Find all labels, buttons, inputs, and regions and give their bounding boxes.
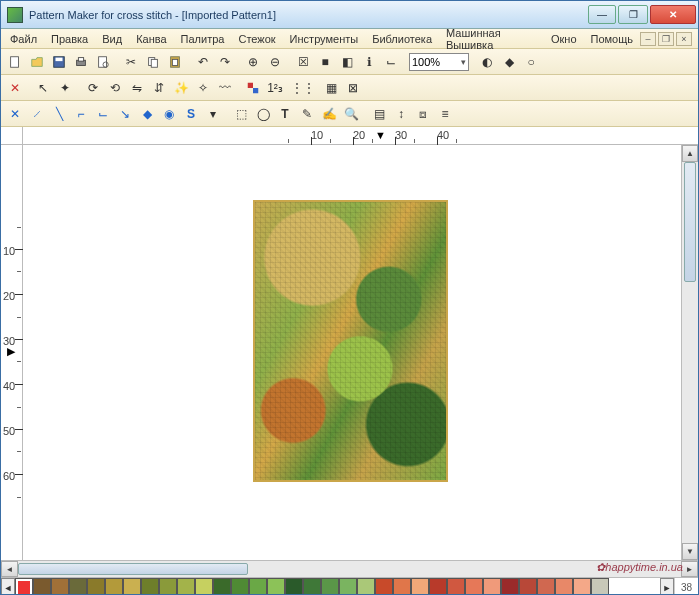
color-swatch[interactable] xyxy=(69,578,87,595)
stitch-mode-symbol-icon[interactable]: ◧ xyxy=(337,52,357,72)
magnify-icon[interactable]: 🔍 xyxy=(341,104,361,124)
color-usage-icon[interactable]: 1²₃ xyxy=(265,78,285,98)
grid-off-icon[interactable]: ⊠ xyxy=(343,78,363,98)
backstitch-icon[interactable]: ╲ xyxy=(49,104,69,124)
horizontal-scrollbar[interactable]: ◄ ► xyxy=(1,561,698,578)
menu-edit[interactable]: Правка xyxy=(44,31,95,47)
stitch-mode-x-icon[interactable]: ☒ xyxy=(293,52,313,72)
layout-c-icon[interactable]: ⧈ xyxy=(413,104,433,124)
save-button[interactable] xyxy=(49,52,69,72)
color-swatch[interactable] xyxy=(447,578,465,595)
wave-icon[interactable]: 〰 xyxy=(215,78,235,98)
mdi-close-button[interactable]: × xyxy=(676,32,692,46)
tool-b-icon[interactable]: ◆ xyxy=(499,52,519,72)
eyedropper-icon[interactable]: ✍ xyxy=(319,104,339,124)
layout-b-icon[interactable]: ↕ xyxy=(391,104,411,124)
close-button[interactable]: ✕ xyxy=(650,5,696,24)
color-swatch[interactable] xyxy=(339,578,357,595)
stitch-mode-info-icon[interactable]: ℹ xyxy=(359,52,379,72)
scroll-thumb[interactable] xyxy=(18,563,248,575)
color-swatch[interactable] xyxy=(249,578,267,595)
sparkle2-icon[interactable]: ✧ xyxy=(193,78,213,98)
grid-dots-icon[interactable]: ⋮⋮ xyxy=(293,78,313,98)
text-tool-icon[interactable]: T xyxy=(275,104,295,124)
flip-h-icon[interactable]: ⇋ xyxy=(127,78,147,98)
mdi-restore-button[interactable]: ❐ xyxy=(658,32,674,46)
scroll-left-button[interactable]: ◄ xyxy=(1,561,18,577)
menu-file[interactable]: Файл xyxy=(3,31,44,47)
color-swatch[interactable] xyxy=(501,578,519,595)
color-swatch[interactable] xyxy=(231,578,249,595)
color-swatch[interactable] xyxy=(303,578,321,595)
color-swatch[interactable] xyxy=(105,578,123,595)
zoom-out-button[interactable]: ⊖ xyxy=(265,52,285,72)
menu-help[interactable]: Помощь xyxy=(584,31,641,47)
stitch-mode-block-icon[interactable]: ■ xyxy=(315,52,335,72)
open-button[interactable] xyxy=(27,52,47,72)
color-swatch[interactable] xyxy=(141,578,159,595)
special-stitch-icon[interactable]: S xyxy=(181,104,201,124)
flip-v-icon[interactable]: ⇵ xyxy=(149,78,169,98)
tool-c-icon[interactable]: ○ xyxy=(521,52,541,72)
menu-machine[interactable]: Машинная Вышивка xyxy=(439,25,544,53)
color-swatch[interactable] xyxy=(591,578,609,595)
delete-stitch-icon[interactable]: ✕ xyxy=(5,78,25,98)
paste-button[interactable] xyxy=(165,52,185,72)
scroll-down-button[interactable]: ▼ xyxy=(682,543,698,560)
color-swatch[interactable] xyxy=(213,578,231,595)
select-arrow-icon[interactable]: ↖ xyxy=(33,78,53,98)
full-stitch-icon[interactable]: ✕ xyxy=(5,104,25,124)
color-swatch[interactable] xyxy=(573,578,591,595)
palette-prev-button[interactable]: ◄ xyxy=(1,578,15,595)
color-swatch[interactable] xyxy=(375,578,393,595)
color-swatch[interactable] xyxy=(411,578,429,595)
color-swatch[interactable] xyxy=(285,578,303,595)
sparkle-icon[interactable]: ✨ xyxy=(171,78,191,98)
three-quarter-icon[interactable]: ⌙ xyxy=(93,104,113,124)
color-swatch[interactable] xyxy=(195,578,213,595)
stitch-mode-line-icon[interactable]: ⌙ xyxy=(381,52,401,72)
color-swatch[interactable] xyxy=(429,578,447,595)
print-preview-button[interactable] xyxy=(93,52,113,72)
scroll-right-button[interactable]: ► xyxy=(681,561,698,577)
copy-button[interactable] xyxy=(143,52,163,72)
dropdown-icon[interactable]: ▾ xyxy=(203,104,223,124)
zoom-combo[interactable]: 100% xyxy=(409,53,469,71)
menu-tools[interactable]: Инструменты xyxy=(283,31,366,47)
color-swatch[interactable] xyxy=(177,578,195,595)
arrow-down-icon[interactable]: ↘ xyxy=(115,104,135,124)
menu-window[interactable]: Окно xyxy=(544,31,584,47)
mdi-minimize-button[interactable]: – xyxy=(640,32,656,46)
select-lasso-icon[interactable]: ◯ xyxy=(253,104,273,124)
color-swatch[interactable] xyxy=(159,578,177,595)
select-rect-icon[interactable]: ⬚ xyxy=(231,104,251,124)
minimize-button[interactable]: — xyxy=(588,5,616,24)
undo-button[interactable]: ↶ xyxy=(193,52,213,72)
menu-view[interactable]: Вид xyxy=(95,31,129,47)
color-swatch[interactable] xyxy=(33,578,51,595)
menu-palette[interactable]: Палитра xyxy=(174,31,232,47)
bead-icon[interactable]: ◉ xyxy=(159,104,179,124)
color-swatch[interactable] xyxy=(51,578,69,595)
layout-d-icon[interactable]: ≡ xyxy=(435,104,455,124)
menu-canvas[interactable]: Канва xyxy=(129,31,173,47)
redo-button[interactable]: ↷ xyxy=(215,52,235,72)
rotate-cw-icon[interactable]: ⟳ xyxy=(83,78,103,98)
pencil-icon[interactable]: ✎ xyxy=(297,104,317,124)
maximize-button[interactable]: ❐ xyxy=(618,5,648,24)
layout-a-icon[interactable]: ▤ xyxy=(369,104,389,124)
color-swatch[interactable] xyxy=(537,578,555,595)
color-swatch[interactable] xyxy=(87,578,105,595)
color-swatch[interactable] xyxy=(465,578,483,595)
menu-library[interactable]: Библиотека xyxy=(365,31,439,47)
scroll-track[interactable] xyxy=(18,561,681,577)
select-star-icon[interactable]: ✦ xyxy=(55,78,75,98)
half-stitch-icon[interactable]: ⟋ xyxy=(27,104,47,124)
palette-next-button[interactable]: ► xyxy=(660,578,674,595)
print-button[interactable] xyxy=(71,52,91,72)
scroll-thumb[interactable] xyxy=(684,162,696,282)
vertical-scrollbar[interactable]: ▲ ▼ xyxy=(681,145,698,560)
grid-toggle-icon[interactable]: ▦ xyxy=(321,78,341,98)
color-swatch[interactable] xyxy=(393,578,411,595)
color-swatch[interactable] xyxy=(321,578,339,595)
